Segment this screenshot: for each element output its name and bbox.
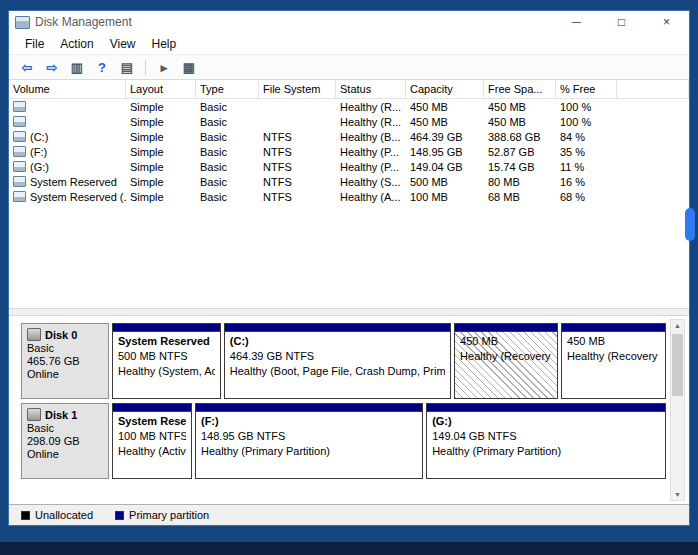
table-row[interactable]: SimpleBasicHealthy (R...450 MB450 MB100 …	[9, 114, 689, 129]
cell-type: Basic	[196, 161, 259, 173]
scroll-thumb[interactable]	[672, 334, 683, 396]
disk-info-panel[interactable]: Disk 0Basic465.76 GBOnline	[21, 323, 109, 399]
partition-tile[interactable]: (G:)149.04 GB NTFSHealthy (Primary Parti…	[426, 403, 666, 479]
volume-name: (C:)	[30, 131, 48, 143]
disk-icon	[27, 328, 41, 341]
partition-tile[interactable]: (C:)464.39 GB NTFSHealthy (Boot, Page Fi…	[224, 323, 451, 399]
partition-tile[interactable]: System Reserved500 MB NTFSHealthy (Syste…	[112, 323, 221, 399]
app-icon	[15, 16, 30, 29]
partition-strip: System Reserved500 MB NTFSHealthy (Syste…	[112, 323, 666, 399]
close-button[interactable]: ×	[644, 11, 689, 33]
cell-file_system: NTFS	[259, 191, 336, 203]
table-row[interactable]: (G:)SimpleBasicNTFSHealthy (P...149.04 G…	[9, 159, 689, 174]
column-header-3[interactable]: File System	[259, 80, 336, 98]
partition-tile[interactable]: (F:)148.95 GB NTFSHealthy (Primary Parti…	[195, 403, 423, 479]
partition-line: Healthy (Boot, Page File, Crash Dump, Pr…	[230, 364, 445, 379]
menu-item-view[interactable]: View	[102, 37, 144, 51]
disk-info-panel[interactable]: Disk 1Basic298.09 GBOnline	[21, 403, 109, 479]
disk-size: 298.09 GB	[27, 435, 103, 447]
volume-drive-icon	[13, 101, 26, 112]
partition-content: System Reserv100 MB NTFSHealthy (Active	[113, 412, 191, 478]
scroll-down-icon[interactable]: ▼	[671, 491, 684, 498]
cell-pct_free: 100 %	[556, 116, 617, 128]
pane-splitter[interactable]	[9, 308, 689, 316]
partition-line: (F:)	[201, 414, 417, 429]
partition-tile[interactable]: 450 MBHealthy (Recovery P	[561, 323, 666, 399]
console-tree-icon[interactable]: ▥	[67, 58, 87, 76]
partition-content: (G:)149.04 GB NTFSHealthy (Primary Parti…	[427, 412, 665, 478]
volume-name: System Reserved	[30, 176, 117, 188]
partition-color-stripe	[113, 404, 191, 412]
caption-buttons: ─ □ ×	[554, 11, 689, 33]
volume-list-body: SimpleBasicHealthy (R...450 MB450 MB100 …	[9, 99, 689, 204]
partition-color-stripe	[455, 324, 557, 332]
maximize-button[interactable]: □	[599, 11, 644, 33]
legend-item: Unallocated	[21, 509, 93, 521]
column-header-1[interactable]: Layout	[126, 80, 196, 98]
table-row[interactable]: (C:)SimpleBasicNTFSHealthy (B...464.39 G…	[9, 129, 689, 144]
column-header-filler	[617, 80, 689, 98]
cell-pct_free: 68 %	[556, 191, 617, 203]
table-row[interactable]: System ReservedSimpleBasicNTFSHealthy (S…	[9, 174, 689, 189]
window-title: Disk Management	[35, 15, 132, 29]
partition-line: Healthy (Active	[118, 444, 186, 459]
volume-cell	[9, 101, 126, 112]
minimize-button[interactable]: ─	[554, 11, 599, 33]
partition-line: 464.39 GB NTFS	[230, 349, 445, 364]
table-row[interactable]: System Reserved (...SimpleBasicNTFSHealt…	[9, 189, 689, 204]
column-header-0[interactable]: Volume	[9, 80, 126, 98]
title-bar: Disk Management ─ □ ×	[9, 11, 689, 33]
cell-capacity: 450 MB	[406, 116, 484, 128]
legend-swatch	[21, 511, 30, 520]
action-pane-icon[interactable]: ▸	[154, 58, 174, 76]
column-header-5[interactable]: Capacity	[406, 80, 484, 98]
menu-item-file[interactable]: File	[17, 37, 52, 51]
partition-strip: System Reserv100 MB NTFSHealthy (Active(…	[112, 403, 666, 479]
column-header-2[interactable]: Type	[196, 80, 259, 98]
disk-row: Disk 0Basic465.76 GBOnlineSystem Reserve…	[21, 323, 666, 399]
volume-list-pane: VolumeLayoutTypeFile SystemStatusCapacit…	[9, 80, 689, 308]
partition-line: (G:)	[432, 414, 660, 429]
disk-name-line: Disk 0	[27, 328, 103, 341]
properties-icon[interactable]: ▤	[117, 58, 137, 76]
graphical-view-icon[interactable]: ▦	[179, 58, 199, 76]
table-row[interactable]: (F:)SimpleBasicNTFSHealthy (P...148.95 G…	[9, 144, 689, 159]
column-header-6[interactable]: Free Spa...	[484, 80, 556, 98]
cell-capacity: 500 MB	[406, 176, 484, 188]
disk-icon	[27, 408, 41, 421]
disk-type: Basic	[27, 342, 103, 354]
cell-status: Healthy (P...	[336, 161, 406, 173]
cell-layout: Simple	[126, 146, 196, 158]
cell-layout: Simple	[126, 131, 196, 143]
partition-tile[interactable]: System Reserv100 MB NTFSHealthy (Active	[112, 403, 192, 479]
help-icon[interactable]: ?	[92, 58, 112, 76]
menu-item-action[interactable]: Action	[52, 37, 101, 51]
scroll-up-icon[interactable]: ▲	[671, 322, 684, 329]
cell-capacity: 149.04 GB	[406, 161, 484, 173]
column-header-7[interactable]: % Free	[556, 80, 617, 98]
volume-drive-icon	[13, 176, 26, 187]
menu-bar: FileActionViewHelp	[9, 33, 689, 55]
cell-pct_free: 11 %	[556, 161, 617, 173]
cell-layout: Simple	[126, 176, 196, 188]
table-row[interactable]: SimpleBasicHealthy (R...450 MB450 MB100 …	[9, 99, 689, 114]
cell-pct_free: 16 %	[556, 176, 617, 188]
forward-icon[interactable]: ⇨	[42, 58, 62, 76]
legend-item: Primary partition	[115, 509, 209, 521]
partition-line: System Reserv	[118, 414, 186, 429]
cell-file_system: NTFS	[259, 161, 336, 173]
menu-item-help[interactable]: Help	[144, 37, 185, 51]
back-icon[interactable]: ⇦	[17, 58, 37, 76]
cell-pct_free: 100 %	[556, 101, 617, 113]
column-header-4[interactable]: Status	[336, 80, 406, 98]
partition-line: Healthy (Recovery P	[460, 349, 552, 364]
partition-tile[interactable]: 450 MBHealthy (Recovery P	[454, 323, 558, 399]
partition-line: System Reserved	[118, 334, 215, 349]
right-edge-scroll-thumb[interactable]	[685, 208, 695, 241]
cell-free_space: 68 MB	[484, 191, 556, 203]
cell-pct_free: 84 %	[556, 131, 617, 143]
cell-free_space: 450 MB	[484, 116, 556, 128]
toolbar: ⇦⇨▥?▤▸▦	[9, 55, 689, 80]
disk-name-line: Disk 1	[27, 408, 103, 421]
graphical-view-scrollbar[interactable]: ▲ ▼	[670, 319, 685, 501]
